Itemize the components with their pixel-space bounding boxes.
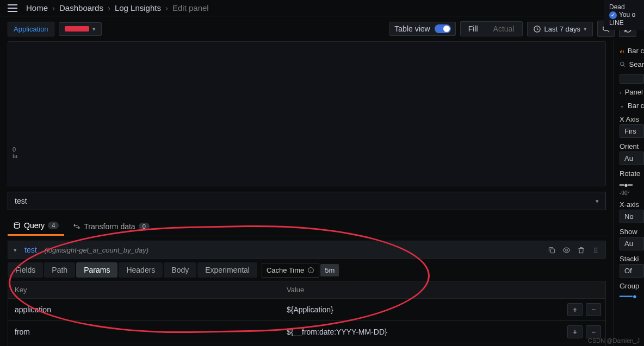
add-button[interactable]: + [567, 325, 583, 338]
trash-icon[interactable] [577, 246, 585, 254]
add-button[interactable]: + [567, 303, 583, 316]
breadcrumb-dashboards[interactable]: Dashboards [59, 3, 103, 12]
database-icon [13, 222, 21, 229]
rotate-slider[interactable]: ━●━ [620, 181, 644, 189]
notification-toast[interactable]: Dead ✓You o LINE [604, 0, 644, 30]
params-table: Key Value application ${Application} +− … [8, 281, 606, 346]
subtab-path[interactable]: Path [44, 262, 75, 278]
drag-handle-icon[interactable] [592, 246, 600, 254]
rotate-min: -90° [620, 190, 644, 196]
query-count-badge: 4 [48, 222, 59, 229]
panel-title-value: test [15, 197, 27, 205]
collapse-toggle[interactable]: ▾ [14, 247, 17, 254]
xaxis-label: X Axis [620, 115, 644, 123]
subtab-headers[interactable]: Headers [119, 262, 163, 278]
svg-point-6 [596, 247, 597, 248]
svg-rect-3 [550, 249, 555, 253]
rotate-label: Rotate [620, 169, 644, 178]
xaxis-select[interactable]: Firs [620, 124, 644, 138]
chevron-down-icon: ▾ [584, 26, 587, 33]
subtab-params[interactable]: Params [76, 262, 117, 278]
svg-rect-12 [620, 51, 621, 53]
remove-button[interactable]: − [586, 325, 601, 338]
section-bar-chart[interactable]: ⌄ Bar c [620, 102, 644, 110]
fill-actual-segment: Fill Actual [460, 21, 523, 36]
breadcrumb-page[interactable]: Log Lnsights [115, 3, 161, 12]
info-icon[interactable] [307, 267, 314, 274]
param-value[interactable]: ${__from:date:YYYY-MM-DD} [280, 323, 561, 341]
all-override-tabs[interactable] [620, 74, 644, 84]
subtab-fields[interactable]: Fields [8, 262, 43, 278]
subtab-experimental[interactable]: Experimental [197, 262, 257, 278]
switch-on-icon[interactable] [435, 24, 451, 33]
viz-type-picker[interactable]: Bar c [620, 47, 644, 55]
options-sidebar: Bar c Sear › Panel ⌄ Bar c X Axis Firs O… [614, 41, 644, 346]
svg-rect-13 [622, 49, 622, 52]
breadcrumb: Home › Dashboards › Log Lnsights › Edit … [26, 3, 209, 12]
group-label: Group [620, 282, 644, 290]
orientation-select[interactable]: Au [620, 152, 644, 165]
cache-time-label: Cache Time [262, 263, 319, 278]
table-view-toggle[interactable]: Table view [389, 22, 455, 36]
query-name[interactable]: test [24, 246, 37, 254]
axis-label: 0 ta [13, 146, 17, 159]
svg-point-5 [595, 247, 596, 248]
svg-rect-14 [623, 50, 623, 52]
param-key[interactable]: from [8, 323, 280, 341]
query-subtabs: Fields Path Params Headers Body Experime… [8, 262, 606, 278]
watermark: CSDN @Damien_J [588, 337, 640, 344]
xaxis2-select[interactable]: No [620, 210, 644, 223]
query-description: (loginsight-get_ai_count_by_day) [45, 246, 149, 254]
svg-point-9 [595, 251, 596, 253]
table-row: from ${__from:date:YYYY-MM-DD} +− [8, 320, 605, 343]
orientation-label: Orient [620, 142, 644, 150]
svg-point-8 [596, 249, 597, 250]
transform-count-badge: 0 [139, 223, 150, 230]
fill-segment[interactable]: Fill [461, 22, 486, 36]
eye-icon[interactable] [562, 246, 571, 254]
actual-segment[interactable]: Actual [486, 22, 522, 36]
application-variable-button[interactable]: Application [8, 22, 54, 36]
param-key[interactable]: application [8, 301, 280, 318]
breadcrumb-home[interactable]: Home [26, 3, 48, 12]
xaxis2-label: X-axis [620, 200, 644, 209]
table-row: to ${__to:date:YYYY-MM-DD} +− [8, 343, 605, 346]
bar-chart-icon [620, 47, 624, 55]
stacking-label: Stacki [620, 255, 644, 263]
params-header-value: Value [280, 281, 605, 298]
svg-point-2 [14, 223, 19, 225]
clock-icon [533, 25, 541, 33]
svg-point-10 [596, 251, 597, 253]
copy-icon[interactable] [548, 246, 556, 254]
query-row-header: ▾ test (loginsight-get_ai_count_by_day) [8, 241, 606, 259]
stacking-select[interactable]: Of [620, 264, 644, 278]
redacted-icon [65, 26, 89, 32]
table-row: application ${Application} +− [8, 298, 605, 320]
svg-point-7 [595, 249, 596, 250]
show-select[interactable]: Au [620, 237, 644, 250]
svg-point-15 [620, 62, 624, 66]
panel-title-select[interactable]: test ▾ [8, 192, 606, 210]
menu-icon[interactable] [8, 4, 17, 12]
chevron-down-icon: ▾ [92, 26, 96, 33]
subtab-body[interactable]: Body [164, 262, 196, 278]
transform-icon [73, 223, 81, 230]
variable-dropdown[interactable]: ▾ [59, 22, 102, 36]
tab-query[interactable]: Query 4 [8, 217, 64, 236]
section-panel-options[interactable]: › Panel [620, 88, 644, 96]
cache-time-value[interactable]: 5m [320, 264, 339, 276]
param-value[interactable]: ${Application} [280, 301, 561, 318]
search-icon [620, 61, 626, 68]
svg-point-4 [566, 249, 568, 251]
breadcrumb-current: Edit panel [172, 3, 209, 12]
params-header-key: Key [8, 281, 280, 298]
group-slider[interactable]: ━━━● [620, 292, 644, 300]
time-range-picker[interactable]: Last 7 days ▾ [527, 22, 593, 36]
tab-transform[interactable]: Transform data 0 [67, 218, 155, 235]
search-options-input[interactable]: Sear [620, 60, 644, 68]
chevron-down-icon: ▾ [596, 198, 599, 205]
show-label: Show [620, 228, 644, 236]
table-view-label: Table view [394, 24, 430, 33]
remove-button[interactable]: − [586, 303, 601, 316]
panel-preview: 0 ta [8, 41, 606, 186]
